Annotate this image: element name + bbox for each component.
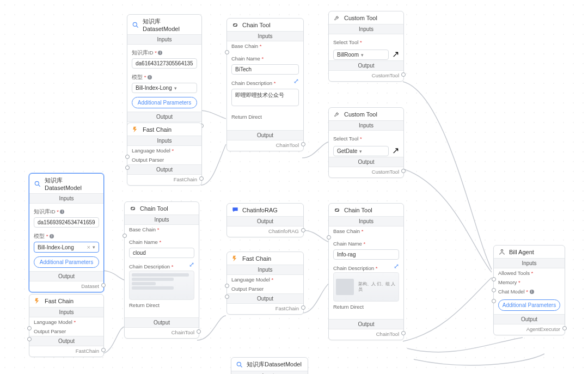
external-link-icon[interactable]: ↗	[392, 49, 399, 59]
expand-icon[interactable]: ⤢	[293, 77, 299, 85]
model-select[interactable]: Bill-Index-Long▾	[132, 83, 197, 93]
fastchain-icon	[132, 126, 139, 133]
output-port[interactable]	[401, 169, 406, 173]
node-chaintool-cloud[interactable]: Chain Tool Inputs Base Chain * Chain Nam…	[124, 201, 199, 339]
clear-icon[interactable]: ×	[87, 244, 90, 250]
chain-desc-input[interactable]: 即哩即哩技术公众号	[231, 89, 299, 106]
output-port[interactable]	[301, 228, 305, 232]
input-port[interactable]	[125, 155, 130, 159]
model-select[interactable]: × ▾	[34, 242, 99, 253]
field-label-model: 模型 * i	[132, 74, 152, 80]
chevron-down-icon: ▾	[93, 244, 95, 250]
field-language-model: Language Model *	[127, 146, 201, 155]
node-fastchain-1[interactable]: Fast Chain Inputs Language Model * Outpu…	[127, 122, 202, 186]
inputs-header: Inputs	[329, 216, 403, 226]
output-port[interactable]	[199, 176, 204, 181]
additional-params-button[interactable]: Additional Parameters	[132, 97, 197, 108]
input-port[interactable]	[125, 165, 130, 170]
input-port[interactable]	[492, 288, 496, 292]
expand-icon[interactable]: ⤢	[189, 261, 194, 268]
field-output-parser: Output Parser	[29, 327, 103, 336]
wrench-icon	[333, 111, 341, 118]
node-dataset-3[interactable]: 知识库DatasetModel Inputs	[231, 357, 308, 374]
chain-icon	[231, 21, 239, 29]
node-title: Chain Tool	[140, 205, 168, 212]
input-port[interactable]	[225, 295, 229, 299]
select-tool-dropdown[interactable]: GetDate▾	[333, 146, 389, 156]
output-header: Output	[227, 130, 303, 140]
expand-icon[interactable]: ⤢	[394, 262, 399, 270]
inputs-header: Inputs	[125, 214, 199, 225]
input-port[interactable]	[492, 277, 496, 281]
additional-params-button[interactable]: Additional Parameters	[34, 256, 99, 268]
chain-name-input[interactable]	[231, 64, 299, 75]
node-type: ChainTool	[125, 328, 199, 338]
output-port[interactable]	[301, 142, 305, 146]
node-fastchain-2[interactable]: Fast Chain Inputs Language Model * Outpu…	[29, 294, 104, 357]
output-port[interactable]	[401, 331, 406, 335]
info-icon[interactable]: i	[148, 75, 152, 79]
dataset-id-input[interactable]	[34, 217, 99, 228]
node-dataset-1[interactable]: 知识库DatasetModel Inputs 知识库ID * i 模型 * i …	[127, 14, 202, 133]
search-icon	[34, 180, 41, 188]
info-icon[interactable]: i	[530, 290, 534, 294]
output-port[interactable]	[562, 326, 567, 330]
node-chaintool-inforag[interactable]: Chain Tool Inputs Base Chain * Chain Nam…	[328, 203, 404, 340]
node-bill-agent[interactable]: Bill Agent Inputs Allowed Tools * Memory…	[493, 245, 565, 335]
svg-line-3	[39, 185, 40, 186]
input-port[interactable]	[27, 326, 32, 330]
input-port[interactable]	[492, 299, 496, 303]
node-customtool-getdate[interactable]: Custom Tool Inputs Select Tool * GetDate…	[328, 107, 404, 178]
output-port[interactable]	[101, 348, 106, 352]
field-chain-desc: Chain Description * ⤢	[231, 80, 275, 86]
node-title: 知识库DatasetModel	[143, 17, 197, 32]
output-port[interactable]	[101, 283, 106, 287]
chain-icon	[129, 205, 137, 212]
input-port[interactable]	[122, 234, 127, 238]
output-port[interactable]	[401, 72, 406, 77]
search-icon	[236, 361, 243, 369]
node-dataset-2[interactable]: 知识库DatasetModel Inputs 知识库ID * i 模型 * i …	[29, 173, 104, 292]
field-output-parser: Output Parser	[227, 284, 303, 293]
output-port[interactable]	[301, 305, 305, 310]
node-type: CustomTool	[329, 167, 403, 177]
chain-desc-preview[interactable]: 架构、人 们、组 人员	[333, 272, 399, 302]
inputs-header: Inputs	[329, 24, 403, 34]
chevron-down-icon: ▾	[359, 149, 362, 154]
output-header: Output	[329, 157, 403, 167]
info-icon[interactable]: i	[50, 234, 54, 238]
input-port[interactable]	[327, 235, 331, 240]
field-chain-desc: Chain Description * ⤢	[333, 265, 377, 271]
inputs-header: Inputs	[227, 265, 303, 275]
inputs-header: Inputs	[29, 193, 103, 204]
search-icon	[132, 21, 139, 29]
node-chatinforag[interactable]: ChatinfoRAG Output ChatinfoRAG	[226, 203, 304, 237]
chat-icon	[231, 206, 239, 214]
dataset-id-input[interactable]	[132, 58, 197, 69]
node-title: Custom Tool	[344, 111, 377, 118]
node-customtool-billroom[interactable]: Custom Tool Inputs Select Tool * BillRoo…	[328, 11, 404, 82]
input-port[interactable]	[225, 284, 229, 288]
output-header: Output	[227, 216, 303, 226]
node-fastchain-3[interactable]: Fast Chain Inputs Language Model * Outpu…	[226, 252, 304, 315]
additional-params-button[interactable]: Additional Parameters	[498, 299, 560, 311]
info-icon[interactable]: i	[60, 210, 64, 214]
input-port[interactable]	[27, 337, 32, 341]
select-tool-dropdown[interactable]: BillRoom▾	[333, 50, 389, 60]
input-port[interactable]	[225, 50, 229, 54]
chain-desc-preview[interactable]	[129, 271, 194, 300]
svg-line-6	[241, 365, 242, 367]
output-port[interactable]	[197, 329, 201, 334]
node-title: 知识库DatasetModel	[45, 176, 99, 191]
node-chaintool-bitech[interactable]: Chain Tool Inputs Base Chain * Chain Nam…	[226, 18, 304, 151]
chain-name-input[interactable]	[129, 248, 194, 258]
node-title: Bill Agent	[509, 249, 534, 255]
inputs-header: Inputs	[494, 258, 565, 268]
field-label-dataset-id: 知识库ID * i	[132, 50, 162, 56]
node-type: ChatinfoRAG	[227, 226, 303, 237]
chain-name-input[interactable]	[333, 249, 399, 260]
inputs-header: Inputs	[29, 307, 103, 317]
external-link-icon[interactable]: ↗	[392, 145, 399, 156]
field-allowed-tools: Allowed Tools *	[494, 268, 565, 278]
info-icon[interactable]: i	[158, 51, 162, 55]
